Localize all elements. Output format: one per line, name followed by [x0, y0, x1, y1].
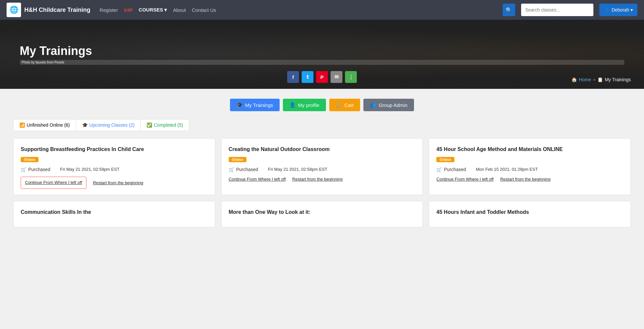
course-title-3: 45 Hour School Age Method and Materials …	[436, 146, 623, 153]
tab-cart-label: Cart	[344, 102, 354, 108]
group-icon: 👥	[370, 102, 376, 108]
brand-logo[interactable]: 🌐 H&H Childcare Training	[7, 3, 90, 17]
nav-register[interactable]: Register	[100, 7, 118, 13]
cart-icon: 🛒	[336, 102, 342, 108]
filter-unfinished[interactable]: 📶 Unfinished Online (6)	[13, 119, 76, 131]
bottom-title-2: More than One Way to Look at it:	[229, 209, 416, 216]
purchased-label-2: Purchased	[236, 167, 258, 172]
action-row-1: Continue From Where I left off Restart f…	[21, 177, 208, 189]
restart-link-2[interactable]: Restart from the beginning	[292, 177, 343, 182]
course-title-2: Creating the Natural Outdoor Classroom	[229, 146, 416, 153]
pinterest-share-button[interactable]: P	[316, 71, 328, 83]
breadcrumb-home-icon: 🏠	[571, 77, 577, 82]
cart-icon-3: 🛒	[436, 167, 442, 172]
tab-group-admin-label: Group Admin	[379, 102, 407, 108]
action-row-3: Continue From Where I left off Restart f…	[436, 177, 623, 182]
restart-link-1[interactable]: Restart from the beginning	[93, 177, 143, 189]
cart-icon-2: 🛒	[229, 167, 234, 172]
tab-my-trainings-label: My Trainings	[245, 102, 273, 108]
facebook-share-button[interactable]: f	[287, 71, 299, 83]
hero-section: My Trainings Photo by fauxels from Pexel…	[0, 20, 644, 89]
bottom-card-2: More than One Way to Look at it:	[221, 201, 423, 227]
purchased-label-1: Purchased	[28, 167, 50, 172]
purchase-date-1: Fri May 21 2021, 02:59pm EST	[60, 167, 120, 172]
nav-contact[interactable]: Contact Us	[192, 7, 216, 13]
course-badge-1: Online	[21, 157, 38, 162]
brand-name: H&H Childcare Training	[24, 7, 90, 13]
action-row-2: Continue From Where I left off Restart f…	[229, 177, 416, 182]
tab-my-profile-label: My profile	[298, 102, 319, 108]
tab-cart[interactable]: 🛒 Cart	[329, 99, 360, 111]
bottom-card-1: Communication Skills In the	[13, 201, 215, 227]
purchase-info-3: 🛒 Purchased	[436, 167, 466, 172]
continue-link-3[interactable]: Continue From Where I left off	[436, 177, 494, 182]
breadcrumb-icon: 📋	[597, 77, 603, 82]
bottom-title-1: Communication Skills In the	[21, 209, 208, 216]
page-title: My Trainings	[20, 44, 624, 58]
course-badge-3: Online	[436, 157, 454, 162]
course-title-1: Supporting Breastfeeding Practices In Ch…	[21, 146, 208, 153]
course-card-1: Supporting Breastfeeding Practices In Ch…	[13, 138, 215, 195]
tab-row: 🎓 My Trainings 👤 My profile 🛒 Cart 👥 Gro…	[13, 99, 631, 111]
breadcrumb-home-link[interactable]: Home	[579, 77, 591, 82]
profile-icon: 👤	[289, 102, 296, 108]
bottom-courses-grid: Communication Skills In the More than On…	[13, 201, 631, 227]
purchased-label-3: Purchased	[444, 167, 466, 172]
filter-unfinished-label: Unfinished Online (6)	[27, 122, 70, 128]
signal-icon: 📶	[19, 122, 25, 128]
user-icon: 👤	[604, 7, 610, 13]
cart-icon-1: 🛒	[21, 167, 26, 172]
nav-about[interactable]: About	[173, 7, 186, 13]
continue-link-1[interactable]: Continue From Where I left off	[21, 177, 86, 189]
main-content: 🎓 My Trainings 👤 My profile 🛒 Cart 👥 Gro…	[0, 89, 644, 237]
purchase-date-3: Mon Feb 15 2021, 01:28pm EST	[476, 167, 538, 172]
breadcrumb-separator: »	[593, 77, 595, 82]
course-card-2: Creating the Natural Outdoor Classroom O…	[221, 138, 423, 195]
purchase-row-2: 🛒 Purchased Fri May 21 2021, 02:58pm EST	[229, 167, 416, 172]
tab-group-admin[interactable]: 👥 Group Admin	[363, 99, 414, 111]
filter-row: 📶 Unfinished Online (6) 🎓 Upcoming Class…	[13, 119, 189, 131]
purchase-info-1: 🛒 Purchased	[21, 167, 50, 172]
search-input[interactable]	[521, 4, 593, 16]
email-share-button[interactable]: ✉	[331, 71, 342, 83]
twitter-share-button[interactable]: 𝕥	[302, 71, 313, 83]
purchase-info-2: 🛒 Purchased	[229, 167, 258, 172]
general-share-button[interactable]: ⋮	[345, 71, 357, 83]
vip-badge[interactable]: VIP	[124, 7, 133, 13]
user-label: Deborah ▾	[611, 7, 633, 13]
restart-link-3[interactable]: Restart from the beginning	[500, 177, 550, 182]
purchase-row-3: 🛒 Purchased Mon Feb 15 2021, 01:28pm EST	[436, 167, 623, 172]
trainings-icon: 🎓	[237, 102, 243, 108]
course-badge-2: Online	[229, 157, 246, 162]
bottom-title-3: 45 Hours Infant and Toddler Methods	[436, 209, 623, 216]
check-icon: ✅	[147, 122, 152, 128]
social-bar: f 𝕥 P ✉ ⋮	[287, 71, 357, 83]
filter-completed-label: Completed (5)	[154, 122, 183, 128]
nav-courses[interactable]: COURSES ▾	[139, 7, 167, 13]
search-icon-button[interactable]: 🔍	[503, 4, 515, 16]
filter-upcoming-label: Upcoming Classes (2)	[89, 122, 135, 128]
course-card-3: 45 Hour School Age Method and Materials …	[429, 138, 631, 195]
upcoming-icon: 🎓	[82, 122, 88, 128]
courses-grid: Supporting Breastfeeding Practices In Ch…	[13, 138, 631, 195]
purchase-row-1: 🛒 Purchased Fri May 21 2021, 02:59pm EST	[21, 167, 208, 172]
continue-link-2[interactable]: Continue From Where I left off	[229, 177, 286, 182]
tab-my-profile[interactable]: 👤 My profile	[283, 99, 326, 111]
navbar: 🌐 H&H Childcare Training Register VIP CO…	[0, 0, 644, 20]
breadcrumb-current: My Trainings	[605, 77, 631, 82]
tab-my-trainings[interactable]: 🎓 My Trainings	[230, 99, 280, 111]
bottom-card-3: 45 Hours Infant and Toddler Methods	[429, 201, 631, 227]
breadcrumb: 🏠 Home » 📋 My Trainings	[571, 77, 631, 82]
filter-completed[interactable]: ✅ Completed (5)	[141, 119, 189, 131]
photo-credit: Photo by fauxels from Pexels	[20, 60, 624, 65]
filter-upcoming[interactable]: 🎓 Upcoming Classes (2)	[76, 119, 141, 131]
user-menu-button[interactable]: 👤 Deborah ▾	[599, 4, 637, 16]
logo-icon: 🌐	[7, 3, 21, 17]
purchase-date-2: Fri May 21 2021, 02:58pm EST	[268, 167, 328, 172]
